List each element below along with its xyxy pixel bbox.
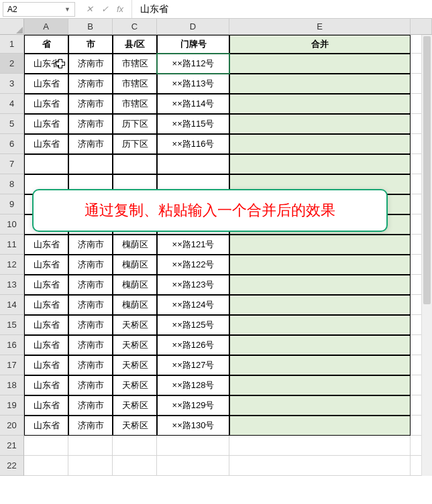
- row-header-1[interactable]: 1: [0, 35, 24, 54]
- cell-B14[interactable]: 济南市: [68, 295, 113, 315]
- cell-B15[interactable]: 济南市: [68, 315, 113, 335]
- cell-D2[interactable]: ××路112号: [157, 54, 229, 74]
- column-header-D[interactable]: D: [157, 19, 229, 35]
- cell-A15[interactable]: 山东省: [24, 315, 68, 335]
- cell-A2[interactable]: 山东省: [24, 54, 68, 74]
- cell-C17[interactable]: 天桥区: [113, 355, 157, 375]
- cell-E17[interactable]: [229, 355, 411, 375]
- cell-E12[interactable]: [229, 255, 411, 275]
- cell-C13[interactable]: 槐荫区: [113, 275, 157, 295]
- cell-D15[interactable]: ××路125号: [157, 315, 229, 335]
- cell-E16[interactable]: [229, 335, 411, 355]
- scrollbar-thumb[interactable]: [423, 36, 431, 304]
- row-header-20[interactable]: 20: [0, 416, 24, 436]
- cell-C2[interactable]: 市辖区: [113, 54, 157, 74]
- cell-A1[interactable]: 省: [24, 35, 68, 54]
- column-header-B[interactable]: B: [68, 19, 113, 35]
- cell-C21[interactable]: [113, 436, 157, 456]
- cell-C4[interactable]: 市辖区: [113, 94, 157, 114]
- cell-A11[interactable]: 山东省: [24, 235, 68, 255]
- cell-D16[interactable]: ××路126号: [157, 335, 229, 355]
- cell-C11[interactable]: 槐荫区: [113, 235, 157, 255]
- cell-E22[interactable]: [229, 456, 411, 476]
- row-header-11[interactable]: 11: [0, 235, 24, 255]
- cell-A6[interactable]: 山东省: [24, 134, 68, 154]
- cell-D11[interactable]: ××路121号: [157, 235, 229, 255]
- row-header-13[interactable]: 13: [0, 275, 24, 295]
- cell-C22[interactable]: [113, 456, 157, 476]
- cell-C1[interactable]: 县/区: [113, 35, 157, 54]
- row-header-3[interactable]: 3: [0, 74, 24, 94]
- cell-C18[interactable]: 天桥区: [113, 375, 157, 395]
- cell-A22[interactable]: [24, 456, 68, 476]
- cell-A4[interactable]: 山东省: [24, 94, 68, 114]
- cell-B16[interactable]: 济南市: [68, 335, 113, 355]
- cell-D22[interactable]: [157, 456, 229, 476]
- cell-D7[interactable]: [157, 154, 229, 174]
- row-header-7[interactable]: 7: [0, 154, 24, 174]
- cell-C3[interactable]: 市辖区: [113, 74, 157, 94]
- formula-input[interactable]: 山东省: [132, 3, 432, 15]
- row-header-14[interactable]: 14: [0, 295, 24, 315]
- cell-D5[interactable]: ××路115号: [157, 114, 229, 134]
- cell-A7[interactable]: [24, 154, 68, 174]
- cell-B21[interactable]: [68, 436, 113, 456]
- row-header-2[interactable]: 2: [0, 54, 24, 74]
- row-header-8[interactable]: 8: [0, 174, 24, 194]
- cell-B11[interactable]: 济南市: [68, 235, 113, 255]
- row-header-12[interactable]: 12: [0, 255, 24, 275]
- cell-C16[interactable]: 天桥区: [113, 335, 157, 355]
- cell-B20[interactable]: 济南市: [68, 416, 113, 436]
- cell-B12[interactable]: 济南市: [68, 255, 113, 275]
- name-box-dropdown-icon[interactable]: ▼: [64, 6, 70, 13]
- cell-B13[interactable]: 济南市: [68, 275, 113, 295]
- cell-D14[interactable]: ××路124号: [157, 295, 229, 315]
- row-header-5[interactable]: 5: [0, 114, 24, 134]
- column-header-A[interactable]: A: [24, 19, 68, 35]
- cell-E20[interactable]: [229, 416, 411, 436]
- cell-B6[interactable]: 济南市: [68, 134, 113, 154]
- row-header-16[interactable]: 16: [0, 335, 24, 355]
- cell-D19[interactable]: ××路129号: [157, 395, 229, 416]
- cell-D18[interactable]: ××路128号: [157, 375, 229, 395]
- row-header-4[interactable]: 4: [0, 94, 24, 114]
- cell-E11[interactable]: [229, 235, 411, 255]
- row-header-18[interactable]: 18: [0, 375, 24, 395]
- row-header-6[interactable]: 6: [0, 134, 24, 154]
- row-header-9[interactable]: 9: [0, 194, 24, 214]
- cell-A18[interactable]: 山东省: [24, 375, 68, 395]
- name-box[interactable]: A2 ▼: [3, 2, 75, 17]
- cell-C5[interactable]: 历下区: [113, 114, 157, 134]
- cell-B22[interactable]: [68, 456, 113, 476]
- row-header-15[interactable]: 15: [0, 315, 24, 335]
- cell-C14[interactable]: 槐荫区: [113, 295, 157, 315]
- cell-C7[interactable]: [113, 154, 157, 174]
- cell-A5[interactable]: 山东省: [24, 114, 68, 134]
- cell-C6[interactable]: 历下区: [113, 134, 157, 154]
- cell-E13[interactable]: [229, 275, 411, 295]
- cell-B4[interactable]: 济南市: [68, 94, 113, 114]
- cell-A16[interactable]: 山东省: [24, 335, 68, 355]
- cell-E19[interactable]: [229, 395, 411, 416]
- cell-E7[interactable]: [229, 154, 411, 174]
- cell-A3[interactable]: 山东省: [24, 74, 68, 94]
- cell-D21[interactable]: [157, 436, 229, 456]
- cell-A14[interactable]: 山东省: [24, 295, 68, 315]
- cell-A19[interactable]: 山东省: [24, 395, 68, 416]
- cell-D4[interactable]: ××路114号: [157, 94, 229, 114]
- cell-C20[interactable]: 天桥区: [113, 416, 157, 436]
- select-all-corner[interactable]: [0, 19, 24, 35]
- vertical-scrollbar[interactable]: [421, 35, 432, 476]
- cell-A20[interactable]: 山东省: [24, 416, 68, 436]
- cell-E2[interactable]: [229, 54, 411, 74]
- row-header-10[interactable]: 10: [0, 214, 24, 235]
- cell-E3[interactable]: [229, 74, 411, 94]
- cell-E6[interactable]: [229, 134, 411, 154]
- cell-D20[interactable]: ××路130号: [157, 416, 229, 436]
- cell-A13[interactable]: 山东省: [24, 275, 68, 295]
- cell-B5[interactable]: 济南市: [68, 114, 113, 134]
- cell-E5[interactable]: [229, 114, 411, 134]
- cell-D12[interactable]: ××路122号: [157, 255, 229, 275]
- cell-B19[interactable]: 济南市: [68, 395, 113, 416]
- cell-E14[interactable]: [229, 295, 411, 315]
